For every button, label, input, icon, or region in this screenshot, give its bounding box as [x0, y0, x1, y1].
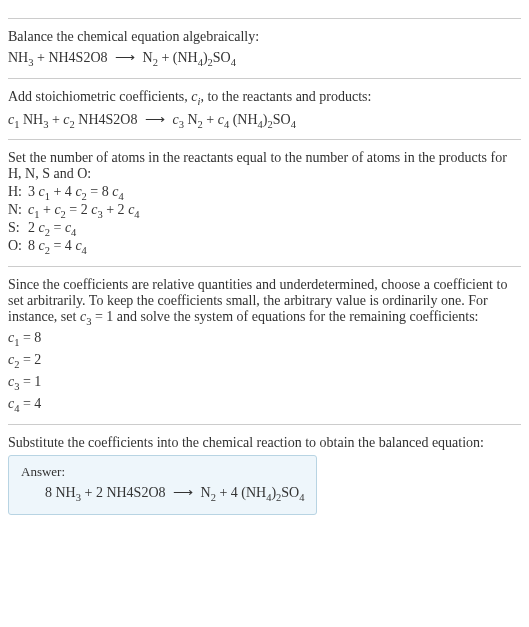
section-add-coefficients: Add stoichiometric coefficients, ci, to … — [8, 78, 521, 130]
title-part-a: Add stoichiometric coefficients, — [8, 89, 191, 104]
balance-row-s: S: 2 c2 = c4 — [8, 220, 146, 238]
val: = 2 — [19, 352, 41, 367]
balance-expr: 2 c2 = c4 — [28, 220, 146, 238]
species-nh42so4-a: + (NH — [158, 50, 198, 65]
op: + 2 — [103, 202, 128, 217]
sub: 4 — [118, 191, 123, 202]
plus: + — [203, 112, 218, 127]
solution-c2: c2 = 2 — [8, 352, 521, 370]
sub: 4 — [82, 245, 87, 256]
sub: 4 — [134, 209, 139, 220]
subscript: 4 — [291, 118, 296, 129]
coeff-equation: c1 NH3 + c2 NH4S2O8 ⟶ c3 N2 + c4 (NH4)2S… — [8, 111, 521, 130]
eq: = 4 — [50, 238, 75, 253]
solution-c4: c4 = 4 — [8, 396, 521, 414]
balanced-equation: 8 NH3 + 2 NH4S2O8 ⟶ N2 + 4 (NH4)2SO4 — [21, 484, 304, 503]
sp-nh42so4-c: SO — [273, 112, 291, 127]
balance-expr: c1 + c2 = 2 c3 + 2 c4 — [28, 202, 146, 220]
balance-expr: 8 c2 = 4 c4 — [28, 238, 146, 256]
arrow-icon: ⟶ — [169, 485, 197, 500]
val: = 4 — [19, 396, 41, 411]
balance-row-h: H: 3 c1 + 4 c2 = 8 c4 — [8, 184, 146, 202]
arrow-icon: ⟶ — [141, 112, 169, 127]
coef: 3 — [28, 184, 39, 199]
sp-nh3: NH — [19, 112, 43, 127]
substitute-title: Substitute the coefficients into the che… — [8, 435, 521, 451]
element-label: O: — [8, 238, 28, 256]
answer-box: Answer: 8 NH3 + 2 NH4S2O8 ⟶ N2 + 4 (NH4)… — [8, 455, 317, 516]
element-label: H: — [8, 184, 28, 202]
sp-nh42so4-a: (NH — [229, 112, 257, 127]
eq: = 8 — [87, 184, 112, 199]
solve-text-b: = 1 and solve the system of equations fo… — [91, 309, 478, 324]
atom-balance-table: H: 3 c1 + 4 c2 = 8 c4 N: c1 + c2 = 2 c3 … — [8, 184, 146, 255]
val: = 1 — [19, 374, 41, 389]
subscript: 4 — [231, 57, 236, 68]
section-solve: Since the coefficients are relative quan… — [8, 266, 521, 414]
coef: 8 — [28, 238, 39, 253]
eq: = — [50, 220, 65, 235]
ans-nh4s2o8: + 2 NH4S2O8 — [81, 485, 169, 500]
section-answer: Substitute the coefficients into the che… — [8, 424, 521, 516]
op: + — [39, 202, 54, 217]
op: + 4 — [50, 184, 75, 199]
add-coefficients-title: Add stoichiometric coefficients, ci, to … — [8, 89, 521, 107]
ans-n2: N — [197, 485, 211, 500]
plus: + — [48, 112, 63, 127]
arrow-icon: ⟶ — [111, 50, 139, 65]
val: = 8 — [19, 330, 41, 345]
c3-var: c — [169, 112, 179, 127]
solution-c1: c1 = 8 — [8, 330, 521, 348]
species-n2: N — [139, 50, 153, 65]
balance-expr: 3 c1 + 4 c2 = 8 c4 — [28, 184, 146, 202]
balance-row-n: N: c1 + c2 = 2 c3 + 2 c4 — [8, 202, 146, 220]
sp-n2: N — [184, 112, 198, 127]
sp-nh4s2o8: NH4S2O8 — [75, 112, 141, 127]
atom-balance-title: Set the number of atoms in the reactants… — [8, 150, 521, 182]
species-nh3: NH — [8, 50, 28, 65]
unbalanced-equation: NH3 + NH4S2O8 ⟶ N2 + (NH4)2SO4 — [8, 49, 521, 68]
element-label: N: — [8, 202, 28, 220]
sub: 4 — [71, 227, 76, 238]
balance-row-o: O: 8 c2 = 4 c4 — [8, 238, 146, 256]
ans-nh3: 8 NH — [45, 485, 76, 500]
intro-title: Balance the chemical equation algebraica… — [8, 29, 521, 45]
coef: 2 — [28, 220, 39, 235]
section-atom-balance: Set the number of atoms in the reactants… — [8, 139, 521, 255]
ans-nh42so4-c: SO — [281, 485, 299, 500]
section-intro: Balance the chemical equation algebraica… — [8, 18, 521, 68]
element-label: S: — [8, 220, 28, 238]
subscript: 4 — [299, 491, 304, 502]
title-part-b: , to the reactants and products: — [200, 89, 371, 104]
solution-c3: c3 = 1 — [8, 374, 521, 392]
answer-label: Answer: — [21, 464, 304, 480]
eq: = 2 — [66, 202, 91, 217]
ans-nh42so4-a: + 4 (NH — [216, 485, 266, 500]
species-nh4s2o8: + NH4S2O8 — [33, 50, 111, 65]
solve-text: Since the coefficients are relative quan… — [8, 277, 521, 327]
species-nh42so4-c: SO — [213, 50, 231, 65]
